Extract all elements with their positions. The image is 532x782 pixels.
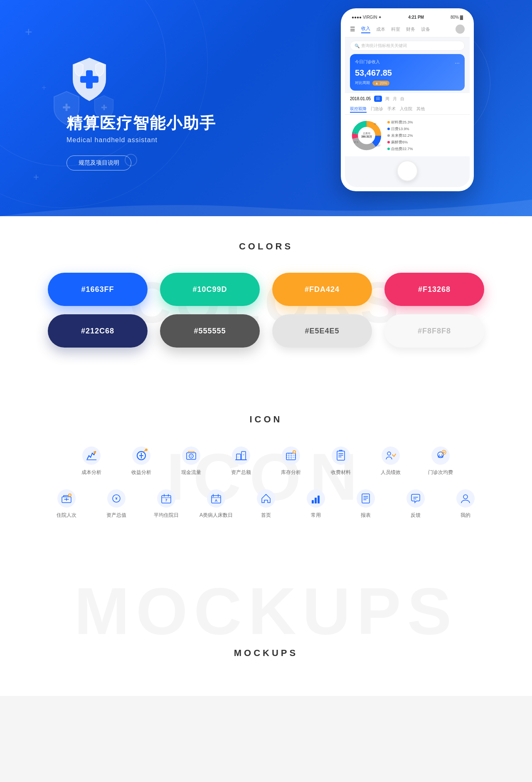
svg-text:→117: →117	[374, 144, 380, 147]
icon-inventory-label: 库存分析	[281, 469, 301, 476]
swatch-dark-navy: #212C68	[48, 314, 148, 348]
icon-home-label: 首页	[261, 512, 271, 519]
svg-rect-57	[318, 496, 320, 503]
mockups-section: MOCKUPS MOCKUPS	[0, 565, 532, 696]
icon-performance-label: 人员绩效	[381, 469, 401, 476]
icon-total-assets: Y Y 资产总额	[216, 446, 266, 476]
phone-date-custom: 自	[400, 96, 404, 102]
icon-profile: 我的	[441, 488, 490, 519]
hero-wave	[0, 191, 532, 216]
swatch-red: #F13268	[384, 273, 484, 306]
legend-other: 自他费22.7%	[387, 146, 413, 152]
phone-tab-inpatient: 入住院	[400, 106, 412, 113]
svg-point-18	[94, 451, 96, 454]
icon-common-svg	[306, 488, 326, 508]
svg-rect-3	[80, 76, 99, 83]
svg-text:37.5: 37.5	[354, 141, 358, 143]
phone-date: 2018.01.05	[350, 96, 371, 101]
phone-date-week: 周	[385, 96, 389, 102]
phone-date-month: 月	[393, 96, 397, 102]
svg-text:Y: Y	[243, 454, 244, 456]
swatch-blue: #1663FF	[48, 273, 148, 306]
icon-avg-days: 7 平均住院日	[141, 488, 191, 519]
phone-card-amount: 53,467.85	[355, 68, 460, 78]
legend-future: 未来费32.2%	[387, 133, 413, 138]
icon-feedback: 反馈	[391, 488, 441, 519]
phone-date-bar: 2018.01.05 日 周 月 自	[345, 93, 470, 104]
hero-cta-button[interactable]: 规范及项目说明	[66, 155, 131, 170]
phone-card-badge: ▲ 20%	[372, 81, 389, 86]
icon-report-svg	[356, 488, 376, 508]
icon-section: ICON ICON 成本分析 收益分析	[0, 389, 532, 565]
icon-revenue-analysis: 收益分析	[116, 446, 166, 476]
colors-row-2: #212C68 #555555 #E5E4E5 #F8F8F8	[0, 314, 532, 348]
icon-home: 首页	[241, 488, 291, 519]
mockups-title: MOCKUPS	[0, 590, 532, 659]
colors-title: COLORS	[0, 241, 532, 252]
icon-inpatient-count: 住院人次	[42, 488, 91, 519]
phone-time: 4:21 PM	[408, 15, 424, 20]
svg-text:¥: ¥	[115, 496, 117, 501]
svg-text:390.53万: 390.53万	[361, 135, 372, 138]
icon-outpatient-svg	[431, 446, 451, 466]
svg-point-53	[257, 489, 275, 508]
legend-materials: 材料费25.3%	[387, 120, 413, 125]
icon-cash-flow: ¥ 现金流量	[166, 446, 216, 476]
icon-cost-label: 成本分析	[81, 469, 101, 476]
phone-tab-other: 其他	[416, 106, 425, 113]
hero-content: 精算医疗智能小助手 Medical handheld assistant 规范及…	[0, 46, 216, 170]
icon-inventory-analysis: 库存分析	[266, 446, 316, 476]
icon-feedback-svg	[406, 488, 426, 508]
svg-point-58	[357, 489, 375, 508]
icon-class-a-days: A A类病人床数日	[191, 488, 241, 519]
svg-rect-55	[312, 500, 314, 503]
phone-nav-cost: 成本	[376, 26, 385, 32]
phone-nav-device: 设备	[421, 26, 430, 32]
phone-search-text: 查询统计指标相关关键词	[361, 43, 407, 49]
icon-classa-svg: A	[206, 488, 226, 508]
icon-performance-svg	[381, 446, 401, 466]
icon-outpatient-label: 门诊次均费	[428, 469, 453, 476]
legend-anesthesia: 麻醉费6%	[387, 140, 413, 145]
icon-inpatient-svg	[57, 488, 76, 508]
phone-revenue-card: 今日门诊收入 ··· 53,467.85 对比周期 ▲ 20%	[350, 54, 465, 91]
phone-status-bar: ●●●● VIRGIN ✦ 4:21 PM 80% ▓	[345, 12, 470, 21]
icon-report-label: 报表	[361, 512, 371, 519]
phone-chart-area: 总费用 390.53万 72 39 77.5 37.5 →117 材料费25.3…	[345, 115, 470, 156]
phone-search: 🔍 查询统计指标相关关键词	[350, 41, 465, 51]
svg-point-61	[456, 489, 475, 508]
swatch-lightest-gray: #F8F8F8	[384, 314, 484, 348]
phone-tab-double: 双控双降	[350, 106, 367, 113]
hero-phone: ●●●● VIRGIN ✦ 4:21 PM 80% ▓ ☰ 收入 成本 科室 财…	[341, 8, 482, 191]
icon-grid-row1: 成本分析 收益分析 ¥ 现金流量	[0, 446, 532, 488]
phone-nav: ☰ 收入 成本 科室 财务 设备	[345, 21, 470, 37]
svg-text:Y: Y	[237, 456, 239, 459]
icon-feedback-label: 反馈	[411, 512, 421, 519]
svg-text:7: 7	[165, 498, 167, 502]
icon-home-svg	[256, 488, 276, 508]
svg-point-38	[431, 447, 450, 465]
swatch-green: #10C99D	[160, 273, 260, 306]
icon-materials-label: 收费材料	[331, 469, 351, 476]
swatch-light-gray: #E5E4E5	[272, 314, 372, 348]
icon-revenue-label: 收益分析	[131, 469, 151, 476]
colors-section: COLORS COLORS #1663FF #10C99D #FDA424 #F…	[0, 216, 532, 389]
icon-avgdays-svg: 7	[156, 488, 176, 508]
phone-tabs: 双控双降 门急诊 手术 入住院 其他	[345, 104, 470, 115]
phone-bottom	[345, 156, 470, 187]
icon-outpatient-avg: 门诊次均费	[416, 446, 466, 476]
legend-daily: 日费13.9%	[387, 126, 413, 132]
icon-asset-value: ¥ 资产总值	[91, 488, 141, 519]
svg-text:总费用: 总费用	[362, 132, 370, 135]
icon-inventory-svg	[281, 446, 301, 466]
icon-profile-svg	[456, 488, 475, 508]
icon-report: 报表	[341, 488, 391, 519]
svg-point-31	[282, 447, 300, 465]
icon-cashflow-svg: ¥	[181, 446, 201, 466]
svg-point-34	[332, 447, 350, 465]
icon-revenue-svg	[131, 446, 151, 466]
icon-assets-svg: Y Y	[231, 446, 251, 466]
hero-title: 精算医疗智能小助手	[66, 113, 216, 134]
svg-point-60	[406, 489, 425, 508]
icon-common-label: 常用	[311, 512, 321, 519]
